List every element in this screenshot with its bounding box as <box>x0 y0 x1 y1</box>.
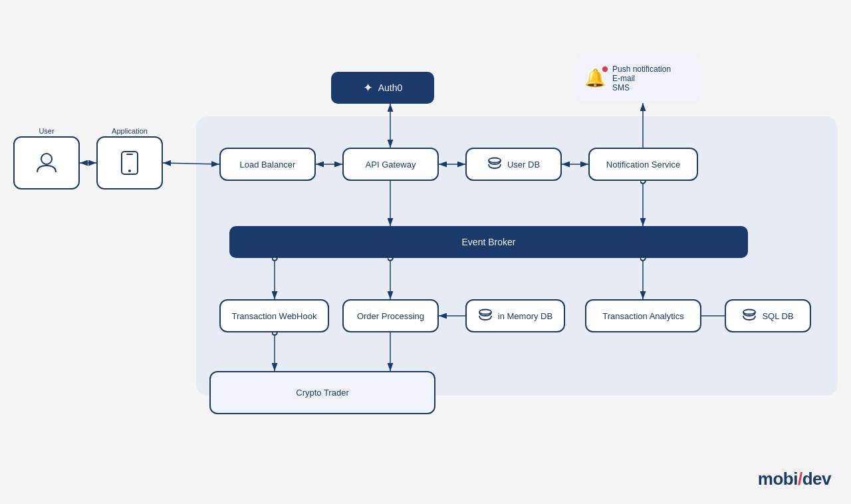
application-box: Application <box>96 136 163 189</box>
notif-sms: SMS <box>612 83 671 92</box>
notification-info-text: Push notification E-mail SMS <box>612 64 671 92</box>
api-gateway-box: API Gateway <box>342 148 439 181</box>
svg-point-25 <box>743 310 755 315</box>
transaction-webhook-box: Transaction WebHook <box>219 299 329 332</box>
sql-db-box: SQL DB <box>725 299 811 332</box>
event-broker-box: Event Broker <box>229 226 748 258</box>
svg-point-24 <box>479 310 491 315</box>
user-db-label: User DB <box>507 160 540 170</box>
user-db-box: User DB <box>465 148 562 181</box>
event-broker-label: Event Broker <box>462 237 516 247</box>
person-icon <box>35 151 59 175</box>
in-memory-db-box: in Memory DB <box>465 299 565 332</box>
notif-email: E-mail <box>612 74 671 83</box>
application-label: Application <box>112 127 148 135</box>
load-balancer-label: Load Balancer <box>240 160 296 170</box>
svg-point-19 <box>41 154 52 164</box>
phone-icon <box>120 151 139 175</box>
order-processing-box: Order Processing <box>342 299 439 332</box>
auth0-star-icon: ✦ <box>363 80 373 95</box>
diagram-container: ✦ Auth0 🔔 Push notification E-mail SMS U… <box>0 0 851 504</box>
transaction-analytics-label: Transaction Analytics <box>602 311 683 321</box>
in-memory-db-label: in Memory DB <box>498 311 552 321</box>
api-gateway-label: API Gateway <box>366 160 416 170</box>
user-box: User <box>13 136 80 189</box>
user-db-icon <box>487 157 502 172</box>
mobidev-logo: mobi/dev <box>758 469 831 489</box>
auth0-label: Auth0 <box>378 82 403 93</box>
logo-text-blue: dev <box>802 469 831 489</box>
transaction-analytics-box: Transaction Analytics <box>585 299 701 332</box>
sql-db-icon <box>742 309 757 323</box>
in-memory-db-icon <box>478 309 493 323</box>
load-balancer-box: Load Balancer <box>219 148 316 181</box>
bell-icon-wrapper: 🔔 <box>584 68 606 88</box>
notif-push: Push notification <box>612 64 671 74</box>
svg-point-22 <box>128 170 131 172</box>
logo-slash: / <box>798 469 802 489</box>
auth0-box: ✦ Auth0 <box>331 72 434 104</box>
svg-point-23 <box>489 158 501 163</box>
logo-text-dark: mobi <box>758 469 798 489</box>
order-processing-label: Order Processing <box>357 311 424 321</box>
user-label: User <box>39 127 54 135</box>
transaction-webhook-label: Transaction WebHook <box>232 311 317 321</box>
crypto-trader-label: Crypto Trader <box>296 388 348 398</box>
notification-info-box: 🔔 Push notification E-mail SMS <box>575 53 701 103</box>
notification-service-box: Notification Service <box>588 148 698 181</box>
bell-notification-dot <box>602 66 608 72</box>
sql-db-label: SQL DB <box>762 311 793 321</box>
notification-service-label: Notification Service <box>606 160 680 170</box>
crypto-trader-box: Crypto Trader <box>209 371 435 414</box>
